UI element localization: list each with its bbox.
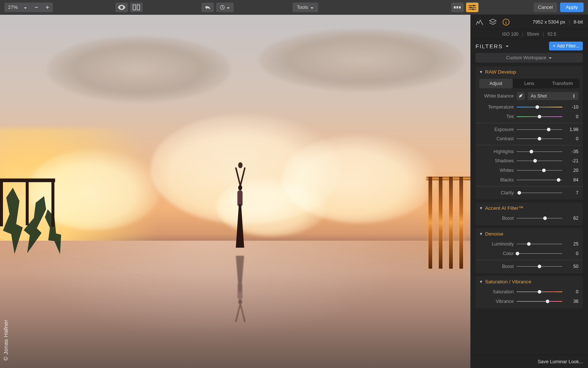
svg-point-14 (506, 20, 506, 21)
section-raw-develop: ▼ RAW Develop Adjust Lens Transform Whit… (476, 66, 583, 199)
view-controls (115, 3, 143, 12)
eyedropper-button[interactable] (517, 92, 525, 100)
slider-denoise-lum-track[interactable] (517, 241, 562, 247)
slider-temperature-track[interactable] (517, 105, 562, 110)
disclosure-triangle-icon: ▼ (479, 70, 483, 74)
slider-denoise-color-track[interactable] (517, 251, 562, 256)
disclosure-triangle-icon: ▼ (479, 280, 483, 284)
exif-iso: ISO 100 (502, 32, 519, 37)
slider-value[interactable]: -21 (565, 158, 578, 163)
subtab-transform[interactable]: Transform (546, 79, 579, 88)
slider-whites-track[interactable] (517, 168, 562, 173)
filters-header: FILTERS + Add Filter... (470, 39, 588, 53)
white-balance-row: White Balance As Shot ▲▼ (476, 91, 583, 102)
slider-value[interactable]: 36 (565, 299, 578, 304)
slider-value[interactable]: 1.98 (565, 127, 578, 132)
slider-tint-track[interactable] (517, 114, 562, 119)
slider-value[interactable]: 25 (565, 241, 578, 247)
save-look-button[interactable]: Save Luminar Look... (538, 359, 583, 364)
svg-rect-2 (47, 6, 48, 8)
svg-rect-3 (133, 5, 136, 10)
zoom-in-button[interactable] (42, 3, 53, 12)
svg-rect-6 (454, 6, 456, 8)
image-canvas[interactable]: © Jonas Hafner (0, 15, 470, 368)
slider-shadows-track[interactable] (517, 158, 562, 163)
cancel-button[interactable]: Cancel (534, 3, 557, 12)
side-panel: 7952 x 5304 px | 8-bit ISO 100| 55mm| f/… (470, 15, 588, 368)
svg-point-9 (473, 5, 474, 6)
filters-scroll[interactable]: ▼ RAW Develop Adjust Lens Transform Whit… (470, 66, 588, 355)
slider-shadows: Shadows -21 (476, 156, 583, 166)
stepper-icon: ▲▼ (572, 93, 576, 99)
info-tab-icon[interactable] (502, 18, 510, 26)
filters-panel-button[interactable] (466, 3, 478, 12)
histogram-tab-icon[interactable] (476, 18, 484, 26)
svg-rect-8 (459, 6, 461, 8)
panel-mode-controls (451, 3, 478, 12)
slider-value[interactable]: 50 (565, 264, 578, 269)
white-balance-value: As Shot (531, 93, 547, 99)
add-filter-button[interactable]: + Add Filter... (549, 42, 583, 50)
slider-vibrance-track[interactable] (517, 299, 562, 304)
slider-vibrance: Vibrance 36 (476, 297, 583, 306)
zoom-out-button[interactable] (31, 3, 42, 12)
zoom-select[interactable]: 27% (4, 3, 31, 12)
slider-denoise-boost: Boost 50 (476, 260, 583, 271)
presets-panel-button[interactable] (451, 3, 464, 12)
slider-exposure-track[interactable] (517, 127, 562, 132)
subtab-adjust[interactable]: Adjust (479, 79, 513, 88)
slider-value[interactable]: 0 (565, 136, 578, 141)
exif-aperture: f/2.5 (548, 32, 556, 37)
slider-contrast: Contrast 0 (476, 134, 583, 144)
image-dimensions-readout: 7952 x 5304 px | 8-bit (533, 19, 583, 25)
white-balance-label: White Balance (478, 93, 514, 99)
slider-value[interactable]: -10 (565, 105, 578, 110)
slider-blacks-track[interactable] (517, 177, 562, 183)
slider-value[interactable]: 0 (565, 289, 578, 294)
slider-clarity-track[interactable] (517, 190, 562, 195)
add-filter-label: Add Filter... (557, 43, 579, 49)
preview-toggle-button[interactable] (115, 3, 128, 12)
slider-accent-boost-track[interactable] (517, 216, 562, 221)
compare-toggle-button[interactable] (130, 3, 143, 12)
section-denoise: ▼ Denoise Luminosity 25 Color 0 Boost 50 (476, 228, 583, 273)
slider-denoise-color: Color 0 (476, 249, 583, 258)
slider-clarity: Clarity 7 (476, 186, 583, 197)
slider-value[interactable]: 7 (565, 190, 578, 195)
tools-menu[interactable]: Tools (293, 3, 318, 12)
filters-title[interactable]: FILTERS (476, 43, 509, 49)
section-header-raw[interactable]: ▼ RAW Develop (476, 66, 583, 77)
svg-rect-4 (137, 5, 140, 10)
undo-button[interactable] (201, 3, 214, 12)
slider-value[interactable]: -35 (565, 149, 578, 154)
slider-contrast-track[interactable] (517, 136, 562, 141)
slider-saturation-track[interactable] (517, 289, 562, 294)
slider-denoise-luminosity: Luminosity 25 (476, 239, 583, 249)
svg-rect-7 (456, 6, 458, 8)
subtab-lens[interactable]: Lens (513, 79, 546, 88)
slider-value[interactable]: 62 (565, 216, 578, 221)
layers-tab-icon[interactable] (489, 18, 497, 26)
history-controls (201, 3, 234, 12)
workspace-label: Custom Workspace (506, 55, 546, 60)
chevron-down-icon (24, 6, 27, 9)
white-balance-select[interactable]: As Shot ▲▼ (528, 92, 578, 100)
exif-focal: 55mm (527, 32, 539, 37)
slider-value[interactable]: 0 (565, 114, 578, 119)
slider-blacks: Blacks 84 (476, 175, 583, 185)
raw-subtabs: Adjust Lens Transform (479, 79, 579, 88)
section-header-accent[interactable]: ▼ Accent AI Filter™ (476, 202, 583, 213)
workspace-select[interactable]: Custom Workspace (476, 53, 583, 63)
slider-value[interactable]: 20 (565, 168, 578, 173)
slider-denoise-boost-track[interactable] (517, 264, 562, 269)
plus-icon: + (553, 43, 555, 49)
commit-controls: Cancel Apply (534, 3, 584, 12)
slider-value[interactable]: 0 (565, 251, 578, 256)
history-button[interactable] (216, 3, 234, 12)
section-header-satvib[interactable]: ▼ Saturation / Vibrance (476, 276, 583, 287)
apply-button[interactable]: Apply (560, 3, 584, 12)
slider-value[interactable]: 84 (565, 177, 578, 183)
section-header-denoise[interactable]: ▼ Denoise (476, 228, 583, 239)
image-content (0, 15, 470, 368)
slider-highlights-track[interactable] (517, 149, 562, 154)
